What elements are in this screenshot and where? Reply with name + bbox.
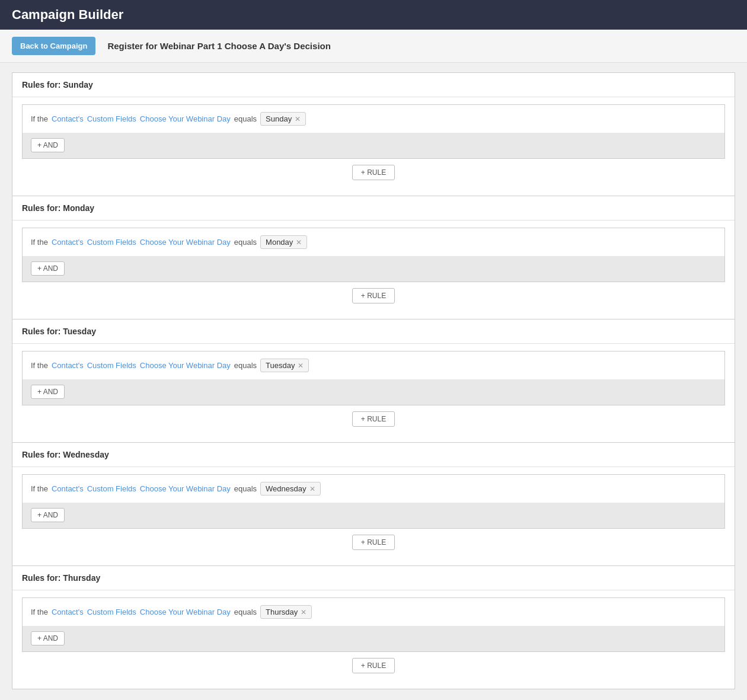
rules-section-thursday: Rules for: Thursday If the Contact's Cus… <box>12 566 735 689</box>
rule-tag-thursday: Thursday ✕ <box>260 605 312 619</box>
contact-link-wednesday[interactable]: Contact's <box>52 484 84 493</box>
add-rule-button-tuesday[interactable]: + RULE <box>352 411 395 427</box>
rules-header-sunday: Rules for: Sunday <box>12 73 735 97</box>
rule-tag-value-tuesday: Tuesday <box>266 361 295 370</box>
equals-text-wednesday: equals <box>234 484 257 493</box>
equals-text-monday: equals <box>234 238 257 247</box>
rule-tag-value-sunday: Sunday <box>266 114 292 123</box>
rule-and-row-wednesday: + AND <box>23 503 724 528</box>
rules-header-thursday: Rules for: Thursday <box>12 566 735 590</box>
and-button-thursday[interactable]: + AND <box>31 631 65 645</box>
rule-tag-close-wednesday[interactable]: ✕ <box>309 485 315 493</box>
add-rule-button-wednesday[interactable]: + RULE <box>352 535 395 550</box>
rules-section-wednesday: Rules for: Wednesday If the Contact's Cu… <box>12 443 735 566</box>
rule-and-row-monday: + AND <box>23 257 724 282</box>
rules-header-wednesday: Rules for: Wednesday <box>12 443 735 467</box>
rule-card-tuesday: If the Contact's Custom Fields Choose Yo… <box>22 351 725 405</box>
rule-tag-sunday: Sunday ✕ <box>260 112 306 126</box>
rules-body-sunday: If the Contact's Custom Fields Choose Yo… <box>12 97 735 196</box>
rule-and-row-tuesday: + AND <box>23 380 724 405</box>
rule-tag-value-thursday: Thursday <box>266 608 298 616</box>
main-content: Rules for: Sunday If the Contact's Custo… <box>0 63 747 699</box>
field-link-sunday[interactable]: Choose Your Webinar Day <box>140 114 231 123</box>
page-title: Register for Webinar Part 1 Choose A Day… <box>107 41 330 51</box>
if-text-tuesday: If the <box>31 361 48 370</box>
rules-section-monday: Rules for: Monday If the Contact's Custo… <box>12 196 735 319</box>
field-link-wednesday[interactable]: Choose Your Webinar Day <box>140 484 231 493</box>
add-rule-button-thursday[interactable]: + RULE <box>352 658 395 673</box>
equals-text-sunday: equals <box>234 114 257 123</box>
rule-tag-close-tuesday[interactable]: ✕ <box>298 362 304 369</box>
rule-row-thursday: If the Contact's Custom Fields Choose Yo… <box>23 598 724 627</box>
rule-tag-close-monday[interactable]: ✕ <box>296 239 302 246</box>
rules-body-monday: If the Contact's Custom Fields Choose Yo… <box>12 220 735 319</box>
rule-tag-value-monday: Monday <box>266 238 293 247</box>
and-button-tuesday[interactable]: + AND <box>31 385 65 399</box>
and-button-monday[interactable]: + AND <box>31 261 65 276</box>
rules-header-tuesday: Rules for: Tuesday <box>12 319 735 344</box>
rule-tag-tuesday: Tuesday ✕ <box>260 359 309 372</box>
add-rule-button-sunday[interactable]: + RULE <box>352 165 395 180</box>
and-button-wednesday[interactable]: + AND <box>31 508 65 522</box>
rule-footer-tuesday: + RULE <box>22 405 725 433</box>
if-text-sunday: If the <box>31 114 48 123</box>
rule-card-thursday: If the Contact's Custom Fields Choose Yo… <box>22 597 725 652</box>
contact-link-tuesday[interactable]: Contact's <box>52 361 84 370</box>
rule-and-row-sunday: + AND <box>23 133 724 158</box>
rule-card-monday: If the Contact's Custom Fields Choose Yo… <box>22 228 725 282</box>
custom-fields-link-wednesday[interactable]: Custom Fields <box>87 484 136 493</box>
custom-fields-link-monday[interactable]: Custom Fields <box>87 238 136 247</box>
equals-text-thursday: equals <box>234 608 257 616</box>
app-title: Campaign Builder <box>12 7 123 22</box>
if-text-monday: If the <box>31 238 48 247</box>
sub-header: Back to Campaign Register for Webinar Pa… <box>0 30 747 63</box>
field-link-monday[interactable]: Choose Your Webinar Day <box>140 238 231 247</box>
rule-card-wednesday: If the Contact's Custom Fields Choose Yo… <box>22 474 725 529</box>
rule-card-sunday: If the Contact's Custom Fields Choose Yo… <box>22 104 725 159</box>
custom-fields-link-thursday[interactable]: Custom Fields <box>87 608 136 616</box>
rule-tag-close-thursday[interactable]: ✕ <box>301 609 307 616</box>
rule-tag-value-wednesday: Wednesday <box>266 484 306 493</box>
contact-link-sunday[interactable]: Contact's <box>52 114 84 123</box>
custom-fields-link-sunday[interactable]: Custom Fields <box>87 114 136 123</box>
rule-row-monday: If the Contact's Custom Fields Choose Yo… <box>23 228 724 257</box>
rule-footer-sunday: + RULE <box>22 159 725 186</box>
contact-link-monday[interactable]: Contact's <box>52 238 84 247</box>
rule-row-wednesday: If the Contact's Custom Fields Choose Yo… <box>23 475 724 503</box>
rule-and-row-thursday: + AND <box>23 627 724 651</box>
rule-footer-thursday: + RULE <box>22 652 725 679</box>
field-link-thursday[interactable]: Choose Your Webinar Day <box>140 608 231 616</box>
rules-header-monday: Rules for: Monday <box>12 196 735 220</box>
field-link-tuesday[interactable]: Choose Your Webinar Day <box>140 361 231 370</box>
if-text-wednesday: If the <box>31 484 48 493</box>
rule-row-sunday: If the Contact's Custom Fields Choose Yo… <box>23 105 724 133</box>
if-text-thursday: If the <box>31 608 48 616</box>
custom-fields-link-tuesday[interactable]: Custom Fields <box>87 361 136 370</box>
app-header: Campaign Builder <box>0 0 747 30</box>
rules-body-wednesday: If the Contact's Custom Fields Choose Yo… <box>12 467 735 565</box>
rules-section-tuesday: Rules for: Tuesday If the Contact's Cust… <box>12 319 735 443</box>
rule-tag-monday: Monday ✕ <box>260 235 307 249</box>
rule-row-tuesday: If the Contact's Custom Fields Choose Yo… <box>23 351 724 380</box>
equals-text-tuesday: equals <box>234 361 257 370</box>
and-button-sunday[interactable]: + AND <box>31 138 65 152</box>
contact-link-thursday[interactable]: Contact's <box>52 608 84 616</box>
rules-section-sunday: Rules for: Sunday If the Contact's Custo… <box>12 72 735 196</box>
rule-footer-wednesday: + RULE <box>22 529 725 556</box>
rule-tag-close-sunday[interactable]: ✕ <box>295 116 301 123</box>
add-rule-button-monday[interactable]: + RULE <box>352 288 395 303</box>
rules-body-thursday: If the Contact's Custom Fields Choose Yo… <box>12 590 735 689</box>
back-to-campaign-button[interactable]: Back to Campaign <box>12 37 95 55</box>
rule-tag-wednesday: Wednesday ✕ <box>260 482 320 496</box>
rules-body-tuesday: If the Contact's Custom Fields Choose Yo… <box>12 344 735 442</box>
rule-footer-monday: + RULE <box>22 282 725 309</box>
